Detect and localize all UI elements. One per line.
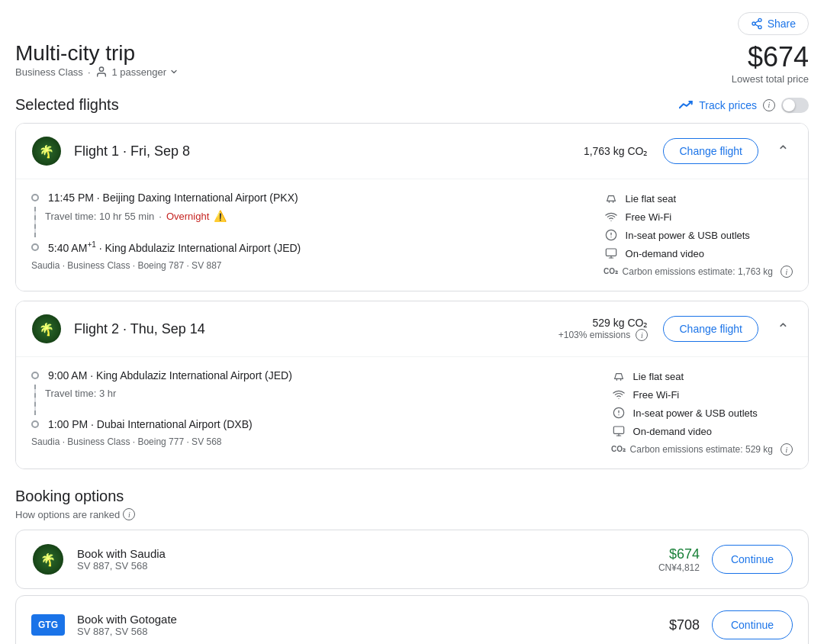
amenity-co2-2: CO₂ Carbon emissions estimate: 529 kg i	[612, 443, 793, 456]
gotogate-price-block: $708	[631, 617, 700, 633]
flight-2-arrive-label: 1:00 PM · Dubai International Airport (D…	[48, 418, 253, 430]
passenger-icon	[95, 66, 108, 78]
svg-rect-17	[613, 427, 623, 433]
booking-options-title: Booking options	[15, 488, 809, 505]
flight-1-amenities: Lie flat seat Free Wi-Fi In-seat power &…	[604, 192, 793, 279]
flight-2-amenities: Lie flat seat Free Wi-Fi In-seat power &…	[612, 369, 793, 456]
flight-2-depart-airport: King Abdulaziz International Airport (JE…	[96, 369, 292, 382]
booking-options-section: Booking options How options are ranked i…	[15, 488, 809, 644]
booking-info-icon[interactable]: i	[123, 508, 135, 520]
amenity-video-2: On-demand video	[612, 424, 793, 438]
saudia-logo-2	[31, 314, 62, 344]
flight-2-meta: Saudia · Business Class · Boeing 777 · S…	[31, 436, 581, 447]
change-flight-2-button[interactable]: Change flight	[663, 316, 758, 342]
amenity-video-1-label: On-demand video	[626, 248, 704, 259]
flight-2-arrive-airport: Dubai International Airport (DXB)	[97, 418, 253, 430]
connector-line-1	[34, 207, 36, 237]
flight-1-arrive-airport: King Abdulaziz International Airport (JE…	[105, 242, 301, 254]
flight-2-co2: 529 kg CO₂ +103% emissions i	[558, 317, 649, 341]
selected-flights-title: Selected flights	[15, 96, 119, 114]
co2-icon-1: CO₂	[604, 265, 618, 279]
amenity-power-1-label: In-seat power & USB outlets	[626, 230, 750, 241]
flight-2-travel-time-text: Travel time: 3 hr	[45, 388, 116, 399]
gotogate-booking-flights: SV 887, SV 568	[77, 626, 619, 637]
connector-line-2	[34, 385, 36, 415]
flight-1-depart-label: 11:45 PM · Beijing Daxing International …	[48, 192, 298, 204]
trip-title-block: Multi-city trip Business Class · 1 passe…	[15, 41, 179, 93]
flight-1-arrive-label: 5:40 AM+1 · King Abdulaziz International…	[48, 240, 301, 254]
selected-flights-header: Selected flights Track prices i	[15, 96, 809, 114]
co2-info-icon-1[interactable]: i	[781, 266, 793, 278]
flight-1-meta: Saudia · Business Class · Boeing 787 · S…	[31, 260, 574, 271]
co2-info-icon-3[interactable]: i	[781, 443, 793, 456]
flight-1-connector: Travel time: 10 hr 55 min · Overnight ⚠️	[31, 204, 574, 240]
booking-card-gotogate: GTG Book with Gotogate SV 887, SV 568 $7…	[15, 595, 809, 644]
flight-2-header-left: Flight 2 · Thu, Sep 14	[31, 314, 205, 344]
class-label: Business Class	[15, 66, 83, 78]
amenity-co2-1: CO₂ Carbon emissions estimate: 1,763 kg …	[604, 265, 793, 279]
share-button[interactable]: Share	[738, 12, 809, 35]
flight-2-details: 9:00 AM · King Abdulaziz International A…	[31, 357, 793, 456]
flight-1-travel-time: Travel time: 10 hr 55 min · Overnight ⚠️	[45, 207, 227, 225]
saudia-continue-button[interactable]: Continue	[712, 545, 793, 574]
saudia-booking-flights: SV 887, SV 568	[77, 560, 619, 572]
price-block: $674 Lowest total price	[732, 41, 809, 85]
top-bar: Share	[15, 12, 809, 35]
flight-2-co2-sub-text: +103% emissions	[558, 330, 630, 340]
booking-card-saudia: Book with Saudia SV 887, SV 568 $674 CN¥…	[15, 530, 809, 589]
flight-1-arrive: 5:40 AM+1 · King Abdulaziz International…	[31, 240, 574, 254]
saudia-price-cny: CN¥4,812	[631, 562, 700, 573]
track-prices-button[interactable]: Track prices	[679, 99, 757, 111]
flight-1-arrive-super: +1	[87, 240, 95, 249]
amenity-wifi-2-label: Free Wi-Fi	[633, 389, 680, 401]
flight-1-collapse-icon[interactable]: ⌃	[774, 139, 793, 163]
saudia-booking-info: Book with Saudia SV 887, SV 568	[77, 547, 619, 572]
track-prices-toggle[interactable]	[781, 98, 809, 113]
flight-1-travel-time-text: Travel time: 10 hr 55 min	[45, 211, 154, 222]
flight-2-depart: 9:00 AM · King Abdulaziz International A…	[31, 369, 581, 382]
saudia-booking-logo	[31, 543, 65, 576]
flight-1-warning-icon: ⚠️	[214, 210, 227, 222]
change-flight-1-button[interactable]: Change flight	[663, 138, 758, 164]
flight-1-body: 11:45 PM · Beijing Daxing International …	[16, 179, 808, 291]
passenger-button[interactable]: 1 passenger	[112, 66, 179, 78]
amenity-video-1: On-demand video	[604, 246, 793, 260]
gotogate-booking-info: Book with Gotogate SV 887, SV 568	[77, 613, 619, 637]
amenity-seat-1: Lie flat seat	[604, 192, 793, 205]
flight-2-route: 9:00 AM · King Abdulaziz International A…	[31, 369, 581, 456]
flight-1-depart-time: 11:45 PM	[48, 192, 94, 204]
amenity-power-1: In-seat power & USB outlets	[604, 228, 793, 242]
gotogate-booking-name: Book with Gotogate	[77, 613, 619, 626]
flight-1-depart-airport: Beijing Daxing International Airport (PK…	[103, 192, 298, 204]
co2-info-icon-2[interactable]: i	[636, 329, 648, 341]
flight-2-depart-time: 9:00 AM	[48, 369, 87, 382]
lowest-price-label: Lowest total price	[732, 73, 809, 85]
amenity-power-2-label: In-seat power & USB outlets	[633, 407, 758, 419]
flight-2-arrive-time: 1:00 PM	[48, 418, 88, 430]
flight-1-co2: 1,763 kg CO₂	[584, 145, 649, 157]
power-icon-2	[612, 406, 626, 420]
flight-2-arrive: 1:00 PM · Dubai International Airport (D…	[31, 418, 581, 430]
flight-2-header: Flight 2 · Thu, Sep 14 529 kg CO₂ +103% …	[16, 301, 808, 356]
gotogate-booking-logo: GTG	[31, 608, 65, 642]
gtg-logo: GTG	[31, 614, 65, 636]
amenity-seat-2-label: Lie flat seat	[633, 371, 684, 382]
amenity-wifi-2: Free Wi-Fi	[612, 388, 793, 401]
flight-2-collapse-icon[interactable]: ⌃	[774, 317, 793, 341]
arrive-dot-1	[31, 243, 39, 251]
amenity-video-2-label: On-demand video	[633, 426, 712, 437]
video-icon-1	[604, 246, 618, 260]
svg-line-3	[755, 24, 758, 27]
track-prices-info-icon[interactable]: i	[763, 99, 775, 111]
saudia-price-usd: $674	[631, 546, 700, 562]
co2-icon-2: CO₂	[612, 443, 626, 456]
flight-1-depart: 11:45 PM · Beijing Daxing International …	[31, 192, 574, 204]
gotogate-continue-button[interactable]: Continue	[712, 610, 793, 639]
arrive-dot-2	[31, 420, 39, 428]
flight-1-arrive-time: 5:40 AM	[48, 242, 87, 254]
flight-2-body: 9:00 AM · King Abdulaziz International A…	[16, 356, 808, 469]
amenity-seat-1-label: Lie flat seat	[626, 193, 677, 204]
chevron-down-icon	[169, 67, 179, 76]
svg-rect-10	[606, 249, 616, 256]
share-label: Share	[768, 18, 796, 30]
